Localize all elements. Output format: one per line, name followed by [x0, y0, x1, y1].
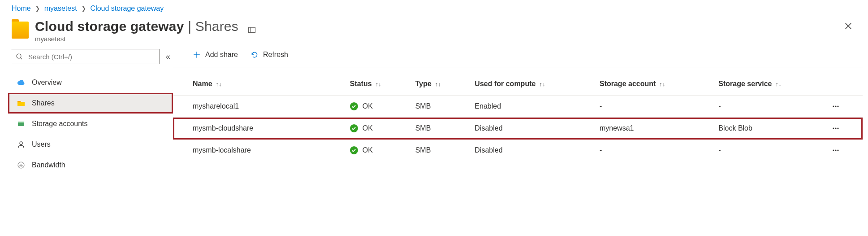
sidebar-nav: OverviewSharesStorage accountsUsersBandw…: [8, 72, 173, 175]
cell-name: mysharelocal1: [173, 96, 345, 118]
svg-point-3: [20, 142, 22, 144]
column-used[interactable]: Used for compute↑↓: [470, 74, 595, 96]
status-ok-icon: [350, 102, 358, 110]
column-account[interactable]: Storage account↑↓: [595, 74, 714, 96]
page-title-main: Cloud storage gateway: [35, 19, 184, 34]
refresh-label: Refresh: [263, 51, 288, 59]
cell-used: Enabled: [470, 96, 595, 118]
search-icon: [16, 53, 23, 60]
sidebar-item-users[interactable]: Users: [8, 134, 173, 155]
column-service[interactable]: Storage service↑↓: [714, 74, 827, 96]
column-actions: [827, 74, 863, 96]
table-row[interactable]: mysharelocal1OKSMBEnabled--: [173, 96, 863, 118]
cell-status: OK: [345, 140, 411, 162]
svg-rect-2: [18, 122, 24, 123]
folder-icon: [17, 99, 26, 108]
main-content: Add share Refresh Name↑↓Status↑↓Type↑↓Us…: [173, 47, 863, 175]
row-more-button[interactable]: [827, 140, 863, 162]
search-input[interactable]: [11, 49, 160, 64]
pin-icon[interactable]: [247, 25, 256, 34]
refresh-icon: [250, 51, 259, 59]
more-icon: [831, 124, 840, 133]
status-ok-icon: [350, 146, 358, 154]
sort-icon: ↑↓: [216, 81, 222, 87]
table-row[interactable]: mysmb-cloudshareOKSMBDisabledmynewsa1Blo…: [173, 118, 863, 140]
page-title-section: Shares: [195, 19, 238, 34]
sort-icon: ↑↓: [539, 81, 545, 87]
refresh-button[interactable]: Refresh: [250, 51, 288, 59]
cloud-icon: [17, 78, 26, 87]
svg-point-13: [835, 149, 837, 151]
status-ok-icon: [350, 124, 358, 132]
svg-point-14: [838, 149, 839, 151]
column-label: Status: [350, 80, 372, 87]
column-label: Storage account: [600, 80, 656, 87]
cell-type: SMB: [411, 96, 471, 118]
svg-point-9: [833, 127, 834, 129]
search-field[interactable]: [27, 52, 155, 61]
more-icon: [831, 102, 840, 111]
column-type[interactable]: Type↑↓: [411, 74, 471, 96]
command-bar: Add share Refresh: [173, 48, 863, 67]
breadcrumb-home[interactable]: Home: [12, 4, 31, 13]
shares-table: Name↑↓Status↑↓Type↑↓Used for compute↑↓St…: [173, 74, 863, 161]
sidebar-item-label: Storage accounts: [32, 120, 88, 128]
add-share-label: Add share: [205, 51, 238, 59]
sidebar-item-bandwidth[interactable]: Bandwidth: [8, 155, 173, 175]
cell-status: OK: [345, 96, 411, 118]
column-label: Used for compute: [475, 80, 535, 87]
chevron-right-icon: ❯: [82, 5, 86, 12]
svg-point-6: [833, 105, 834, 107]
cell-status: OK: [345, 118, 411, 140]
users-icon: [17, 140, 26, 149]
cell-account: -: [595, 96, 714, 118]
breadcrumb-current[interactable]: Cloud storage gateway: [91, 4, 164, 13]
cell-type: SMB: [411, 140, 471, 162]
page-title: Cloud storage gateway | Shares: [35, 19, 238, 34]
sidebar-item-label: Bandwidth: [32, 161, 65, 169]
svg-point-0: [17, 54, 21, 58]
cell-account: mynewsa1: [595, 118, 714, 140]
sort-icon: ↑↓: [435, 81, 441, 87]
sidebar-item-label: Overview: [32, 79, 62, 87]
collapse-toggle-icon[interactable]: «: [166, 52, 170, 61]
sidebar-item-storage-accounts[interactable]: Storage accounts: [8, 114, 173, 134]
sidebar-item-label: Users: [32, 140, 51, 149]
breadcrumb: Home ❯ myasetest ❯ Cloud storage gateway: [0, 0, 868, 19]
sidebar-item-overview[interactable]: Overview: [8, 72, 173, 93]
svg-point-11: [838, 127, 839, 129]
svg-point-10: [835, 127, 837, 129]
sidebar-item-label: Shares: [32, 99, 55, 107]
cell-service: Block Blob: [714, 118, 827, 140]
column-name[interactable]: Name↑↓: [173, 74, 345, 96]
chevron-right-icon: ❯: [35, 5, 40, 12]
close-icon[interactable]: [844, 22, 853, 31]
folder-icon: [12, 22, 29, 39]
row-more-button[interactable]: [827, 96, 863, 118]
row-more-button[interactable]: [827, 118, 863, 140]
svg-point-5: [21, 166, 22, 167]
svg-point-12: [833, 149, 834, 151]
column-label: Storage service: [718, 80, 772, 87]
add-share-button[interactable]: Add share: [193, 51, 238, 59]
sort-icon: ↑↓: [776, 81, 782, 87]
table-row[interactable]: mysmb-localshareOKSMBDisabled--: [173, 140, 863, 162]
sidebar-item-shares[interactable]: Shares: [8, 93, 173, 114]
breadcrumb-resource[interactable]: myasetest: [44, 4, 77, 13]
cell-used: Disabled: [470, 140, 595, 162]
page-subtitle: myasetest: [35, 35, 238, 43]
page-header: Cloud storage gateway | Shares myasetest: [0, 19, 868, 47]
title-text-group: Cloud storage gateway | Shares myasetest: [35, 19, 238, 43]
sort-icon: ↑↓: [659, 81, 665, 87]
column-label: Type: [415, 80, 432, 87]
svg-point-8: [838, 105, 839, 107]
cell-used: Disabled: [470, 118, 595, 140]
column-label: Name: [193, 80, 212, 87]
column-status[interactable]: Status↑↓: [345, 74, 411, 96]
cell-name: mysmb-cloudshare: [173, 118, 345, 140]
more-icon: [831, 146, 840, 155]
bandwidth-icon: [17, 161, 26, 170]
cell-name: mysmb-localshare: [173, 140, 345, 162]
plus-icon: [193, 51, 201, 59]
sidebar: « OverviewSharesStorage accountsUsersBan…: [8, 47, 173, 175]
